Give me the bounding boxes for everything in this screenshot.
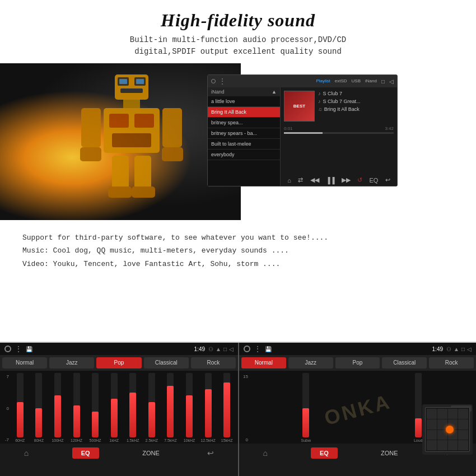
window-icon-right: □ <box>461 346 465 352</box>
slider-25khz[interactable]: 2.5kHZ <box>143 373 161 444</box>
description-line3: Video: Youku, Tencent, love Fantastic Ar… <box>22 258 454 270</box>
slider-label-subw: Subw <box>301 438 311 444</box>
album-art: BEST <box>284 91 315 122</box>
track-row-1: ♪ S Club 7 <box>318 91 361 96</box>
status-circle-right <box>244 346 250 352</box>
play-pause-btn[interactable]: ▐▐ <box>326 177 335 184</box>
slider-track-75khz <box>167 373 174 437</box>
slider-label-15khz: 1.5kHZ <box>127 438 139 444</box>
slider-80hz[interactable]: 80HZ <box>30 373 48 444</box>
player-topbar: ⋮ Playlist extSD USB iNand □ ◁ <box>208 75 397 87</box>
shuffle-btn[interactable]: ⇄ <box>298 176 303 184</box>
balance-cell-16 <box>458 440 468 450</box>
slider-1khz[interactable]: 1kHZ <box>105 373 123 444</box>
eq-nav-right[interactable]: EQ <box>311 447 338 459</box>
zone-nav-left[interactable]: ZONE <box>138 450 164 456</box>
home-nav-right[interactable]: ⌂ <box>259 449 272 458</box>
eq-btn-normal-left[interactable]: Normal <box>2 357 47 368</box>
eq-btn-player[interactable]: EQ <box>369 177 378 184</box>
status-time-right: 1:49 <box>432 346 443 352</box>
slider-120hz[interactable]: 120HZ <box>68 373 86 444</box>
balance-dot[interactable] <box>446 426 454 433</box>
eq-sliders-left: 7 0 -7 60HZ 80HZ 100HZ 120HZ <box>0 371 238 444</box>
eq-btn-rock-right[interactable]: Rock <box>429 357 474 368</box>
eq-scale-right: 15 0 <box>241 373 249 444</box>
window-icon-left: □ <box>223 346 227 352</box>
prev-btn[interactable]: ◀◀ <box>310 176 319 184</box>
slider-track-15khz-2 <box>223 373 230 437</box>
player-info: BEST ♪ S Club 7 ♪ S Club 7 Great... <box>281 87 397 186</box>
usb-tab: USB <box>352 78 361 85</box>
scale-bot-right: 0 <box>242 437 248 442</box>
eq-btn-rock-left[interactable]: Rock <box>191 357 236 368</box>
expand-icon: ▲ <box>272 89 277 95</box>
slider-label-15khz-2: 15kHZ <box>221 438 233 444</box>
slider-10khz[interactable]: 10kHZ <box>180 373 198 444</box>
back-btn-player[interactable]: ↩ <box>385 176 390 184</box>
scale-bot-left: -7 <box>3 437 9 442</box>
playlist-item-4[interactable]: britney spears - ba... <box>208 128 280 139</box>
slider-track-100hz <box>54 373 61 437</box>
eq-btn-pop-right[interactable]: Pop <box>335 357 380 368</box>
balance-cell-5 <box>427 419 437 430</box>
playlist-item-1[interactable]: a little love <box>208 96 280 107</box>
robot-image <box>0 63 241 220</box>
slider-label-125khz: 12.5kHZ <box>200 438 215 444</box>
balance-cell-14 <box>437 440 447 450</box>
slider-15khz-2[interactable]: 15kHZ <box>218 373 236 444</box>
playlist-item-2[interactable]: Bring It All Back <box>208 107 280 118</box>
window-icon: □ <box>381 78 385 85</box>
slider-label-80hz: 80HZ <box>34 438 44 444</box>
eq-buttons-right: Normal Jazz Pop Classical Rock <box>239 355 476 371</box>
back-icon: ◁ <box>389 78 394 85</box>
home-btn[interactable]: ⌂ <box>287 177 291 184</box>
slider-75khz[interactable]: 7.5kHZ <box>162 373 180 444</box>
slider-100hz[interactable]: 100HZ <box>49 373 67 444</box>
eq-btn-jazz-right[interactable]: Jazz <box>288 357 333 368</box>
svg-rect-10 <box>162 108 182 147</box>
slider-label-10khz: 10kHZ <box>184 438 195 444</box>
svg-rect-17 <box>119 79 127 84</box>
playlist-item-5[interactable]: Built to last-melee <box>208 139 280 150</box>
time-total: 3:42 <box>385 126 394 131</box>
eq-nav-left[interactable]: EQ <box>72 447 99 459</box>
playlist-item-6[interactable]: everybody <box>208 150 280 160</box>
music-player-mockup: ⋮ Playlist extSD USB iNand □ ◁ iNand ▲ a… <box>207 74 398 186</box>
eq-sliders-right: 15 0 Subw Loud Balance <box>239 371 476 444</box>
eq-btn-normal-right[interactable]: Normal <box>241 357 286 368</box>
home-nav-left[interactable]: ⌂ <box>20 449 33 458</box>
save-icon-left: 💾 <box>26 346 32 352</box>
slider-subw[interactable]: Subw <box>250 373 362 444</box>
svg-rect-4 <box>123 100 140 108</box>
title-area: High-fidelity sound Built-in multi-funct… <box>0 0 476 58</box>
eq-btn-classical-left[interactable]: Classical <box>144 357 189 368</box>
save-icon-right: 💾 <box>265 346 272 352</box>
slider-15khz[interactable]: 1.5kHZ <box>124 373 142 444</box>
slider-125khz[interactable]: 12.5kHZ <box>199 373 217 444</box>
slider-track-15khz <box>129 373 136 437</box>
description-area: Support for third-party software, to see… <box>0 220 476 276</box>
back-nav-left[interactable]: ↩ <box>203 449 218 458</box>
slider-60hz[interactable]: 60HZ <box>11 373 29 444</box>
eq-btn-classical-right[interactable]: Classical <box>382 357 427 368</box>
scale-mid-left: 0 <box>3 406 9 411</box>
slider-track-125khz <box>205 373 212 437</box>
player-body: iNand ▲ a little love Bring It All Back … <box>208 87 397 186</box>
playlist-item-3[interactable]: britney spea... <box>208 118 280 128</box>
zone-nav-right[interactable]: ZONE <box>376 450 403 456</box>
next-btn[interactable]: ▶▶ <box>342 176 351 184</box>
topbar-dots: ⋮ <box>219 77 226 85</box>
status-dots-right: ⋮ <box>254 344 262 353</box>
slider-label-loud: Loud <box>414 438 423 444</box>
eq-btn-pop-left[interactable]: Pop <box>96 357 141 368</box>
status-right-right: ⚇ ▲ □ ◁ <box>446 346 472 352</box>
slider-track-10khz <box>186 373 193 437</box>
eq-btn-jazz-left[interactable]: Jazz <box>49 357 94 368</box>
back-icon-right: ◁ <box>467 346 472 352</box>
slider-500hz[interactable]: 500HZ <box>86 373 104 444</box>
status-circle-left <box>4 346 11 352</box>
balance-cell-12 <box>458 430 468 440</box>
repeat-btn[interactable]: ↺ <box>357 176 362 184</box>
slider-track-loud <box>415 373 422 437</box>
player-progress-bar[interactable] <box>284 132 394 134</box>
